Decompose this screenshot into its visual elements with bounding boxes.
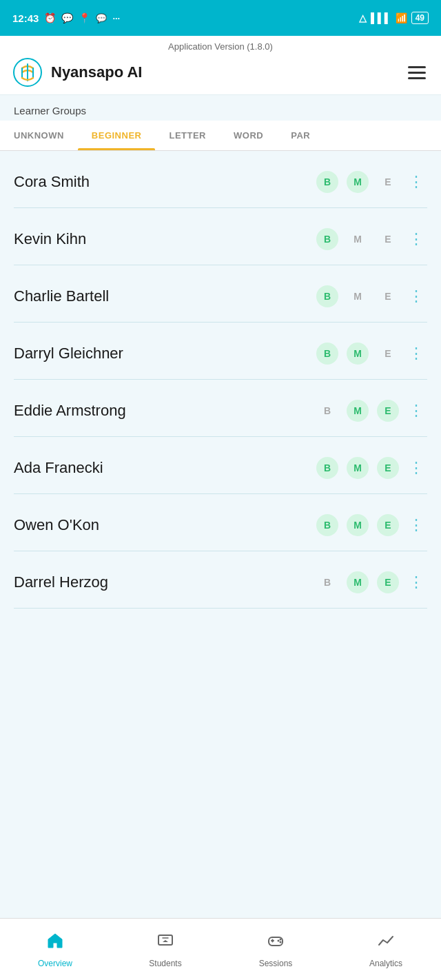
more-options-icon[interactable]: ⋮ xyxy=(406,571,427,594)
badge-m: M xyxy=(347,457,369,479)
hamburger-menu[interactable] xyxy=(405,63,429,82)
badges: B M E xyxy=(316,514,399,536)
table-row: Eddie Armstrong B M E ⋮ xyxy=(14,380,427,437)
sessions-icon xyxy=(266,931,285,955)
bottom-nav: Overview Students Sessions xyxy=(0,918,441,980)
nav-item-sessions[interactable]: Sessions xyxy=(220,924,331,975)
badge-b: B xyxy=(316,400,338,422)
badge-m: M xyxy=(347,343,369,365)
badge-e: E xyxy=(377,571,399,593)
more-status-icon: ··· xyxy=(112,13,120,23)
student-list: Cora Smith B M E ⋮ Kevin Kihn B M E ⋮ Ch… xyxy=(0,151,441,677)
table-row: Charlie Bartell B M E ⋮ xyxy=(14,265,427,323)
app-title-row: Nyansapo AI xyxy=(12,57,429,88)
tab-beginner[interactable]: BEGINNER xyxy=(78,121,156,150)
badge-b: B xyxy=(316,571,338,593)
more-options-icon[interactable]: ⋮ xyxy=(406,227,427,251)
badge-e: E xyxy=(377,285,399,307)
location-icon: 📍 xyxy=(79,12,90,23)
wifi-icon: 📶 xyxy=(396,12,407,23)
app-header: Application Version (1.8.0) Nyansapo AI xyxy=(0,36,441,95)
badges: B M E xyxy=(316,228,399,250)
learner-groups-label: Learner Groups xyxy=(0,95,441,121)
badges: B M E xyxy=(316,457,399,479)
more-options-icon[interactable]: ⋮ xyxy=(406,456,427,480)
signal-icon: ▌▌▌ xyxy=(371,12,391,23)
badge-b: B xyxy=(316,343,338,365)
status-time: 12:43 xyxy=(12,12,39,24)
badges: B M E xyxy=(316,343,399,365)
badge-m: M xyxy=(347,514,369,536)
app-version: Application Version (1.8.0) xyxy=(12,41,429,52)
badge-b: B xyxy=(316,171,338,193)
more-options-icon[interactable]: ⋮ xyxy=(406,342,427,365)
nav-item-analytics[interactable]: Analytics xyxy=(331,924,441,975)
student-name: Kevin Kihn xyxy=(14,230,316,248)
table-row: Owen O'Kon B M E ⋮ xyxy=(14,494,427,551)
teams-icon: 💬 xyxy=(61,12,73,23)
badge-e: E xyxy=(377,228,399,250)
tab-letter[interactable]: LETTER xyxy=(155,121,220,150)
nav-item-overview[interactable]: Overview xyxy=(0,924,110,975)
badge-m: M xyxy=(347,285,369,307)
home-icon xyxy=(45,931,65,955)
analytics-icon xyxy=(376,931,396,955)
student-name: Ada Franecki xyxy=(14,459,316,477)
badge-m: M xyxy=(347,571,369,593)
more-options-icon[interactable]: ⋮ xyxy=(406,513,427,537)
badge-m: M xyxy=(347,228,369,250)
badge-b: B xyxy=(316,285,338,307)
nav-label-analytics: Analytics xyxy=(369,959,402,968)
svg-point-4 xyxy=(278,939,280,941)
status-left: 12:43 ⏰ 💬 📍 💬 ··· xyxy=(12,12,120,24)
battery-indicator: 49 xyxy=(411,12,429,24)
badge-e: E xyxy=(377,457,399,479)
alarm-icon: ⏰ xyxy=(44,12,56,23)
badges: B M E xyxy=(316,400,399,422)
nav-item-students[interactable]: Students xyxy=(110,924,220,975)
badge-b: B xyxy=(316,228,338,250)
bluetooth-icon: △ xyxy=(359,12,367,23)
student-name: Darrel Herzog xyxy=(14,573,316,591)
badge-b: B xyxy=(316,457,338,479)
nav-label-sessions: Sessions xyxy=(259,959,293,968)
badge-m: M xyxy=(347,171,369,193)
students-icon xyxy=(156,931,175,955)
app-logo-icon xyxy=(12,57,43,88)
badges: B M E xyxy=(316,571,399,593)
badges: B M E xyxy=(316,171,399,193)
app-logo-area: Nyansapo AI xyxy=(12,57,142,88)
more-options-icon[interactable]: ⋮ xyxy=(406,170,427,194)
nav-label-overview: Overview xyxy=(38,959,72,968)
svg-point-6 xyxy=(280,941,282,943)
hamburger-line3 xyxy=(408,77,426,79)
student-name: Darryl Gleichner xyxy=(14,345,316,363)
app-name: Nyansapo AI xyxy=(51,63,142,81)
badge-e: E xyxy=(377,171,399,193)
badge-m: M xyxy=(347,400,369,422)
student-name: Cora Smith xyxy=(14,173,316,191)
badge-e: E xyxy=(377,514,399,536)
hamburger-line1 xyxy=(408,66,426,68)
table-row: Darryl Gleichner B M E ⋮ xyxy=(14,323,427,380)
more-options-icon[interactable]: ⋮ xyxy=(406,285,427,308)
badge-b: B xyxy=(316,514,338,536)
tab-word[interactable]: WORD xyxy=(220,121,277,150)
student-name: Eddie Armstrong xyxy=(14,402,316,420)
student-name: Charlie Bartell xyxy=(14,287,316,305)
more-options-icon[interactable]: ⋮ xyxy=(406,399,427,422)
tab-unknown[interactable]: UNKNOWN xyxy=(0,121,78,150)
tabs-container: UNKNOWN BEGINNER LETTER WORD PAR xyxy=(0,121,441,151)
student-name: Owen O'Kon xyxy=(14,516,316,534)
svg-point-5 xyxy=(280,938,282,940)
table-row: Darrel Herzog B M E ⋮ xyxy=(14,551,427,609)
hamburger-line2 xyxy=(408,72,426,74)
status-right: △ ▌▌▌ 📶 49 xyxy=(359,12,429,24)
message-icon: 💬 xyxy=(96,13,107,23)
table-row: Cora Smith B M E ⋮ xyxy=(14,151,427,208)
table-row: Kevin Kihn B M E ⋮ xyxy=(14,208,427,265)
nav-label-students: Students xyxy=(149,959,181,968)
status-bar: 12:43 ⏰ 💬 📍 💬 ··· △ ▌▌▌ 📶 49 xyxy=(0,0,441,36)
badge-e: E xyxy=(377,400,399,422)
tab-paragraph[interactable]: PAR xyxy=(277,121,324,150)
